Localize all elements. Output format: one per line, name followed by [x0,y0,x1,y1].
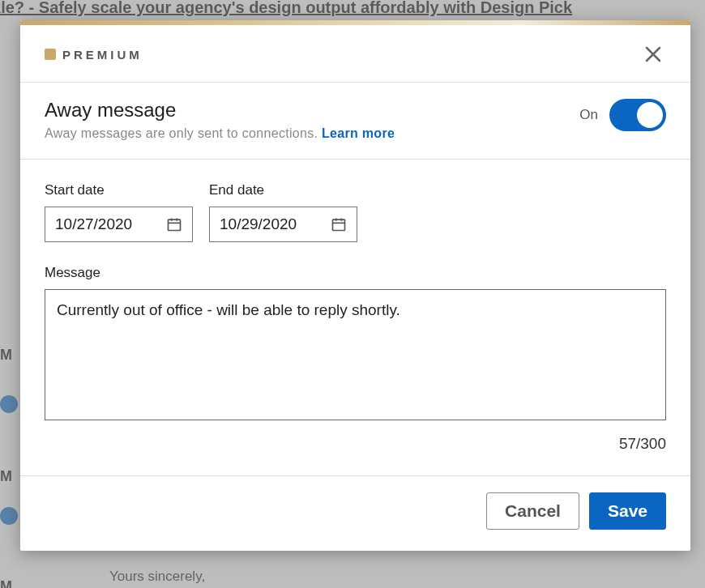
toggle-group: On [579,99,666,131]
character-count: 57/300 [45,435,666,453]
close-icon [643,45,663,64]
save-button[interactable]: Save [589,492,666,530]
modal-header: PREMIUM [20,25,690,82]
start-date-input[interactable]: 10/27/2020 [45,207,193,242]
end-date-input[interactable]: 10/29/2020 [209,207,357,242]
date-row: Start date 10/27/2020 End date 10/29/202… [45,182,666,242]
modal-subtitle: Away messages are only sent to connectio… [45,126,395,141]
away-message-toggle[interactable] [609,99,666,131]
cancel-button[interactable]: Cancel [486,492,579,530]
calendar-icon [331,216,347,232]
form-body: Start date 10/27/2020 End date 10/29/202… [20,160,690,475]
modal-title: Away message [45,99,395,121]
close-button[interactable] [640,41,666,67]
section-title-row: Away message Away messages are only sent… [20,83,690,159]
premium-gold-icon [45,49,56,60]
toggle-state-label: On [579,107,598,123]
modal-footer: Cancel Save [20,476,690,551]
message-textarea[interactable] [45,289,666,420]
away-message-modal: PREMIUM Away message Away messages are o… [20,20,690,551]
svg-rect-0 [169,219,181,230]
learn-more-link[interactable]: Learn more [322,126,395,140]
calendar-icon [166,216,182,232]
end-date-label: End date [209,182,357,198]
end-date-field: End date 10/29/2020 [209,182,357,242]
message-label: Message [45,265,666,281]
toggle-knob [637,102,663,128]
start-date-label: Start date [45,182,193,198]
subtitle-text: Away messages are only sent to connectio… [45,126,322,140]
svg-rect-4 [333,219,345,230]
end-date-value: 10/29/2020 [220,215,297,233]
premium-badge: PREMIUM [45,48,143,62]
start-date-value: 10/27/2020 [55,215,132,233]
start-date-field: Start date 10/27/2020 [45,182,193,242]
title-block: Away message Away messages are only sent… [45,99,395,141]
premium-label: PREMIUM [62,48,143,62]
